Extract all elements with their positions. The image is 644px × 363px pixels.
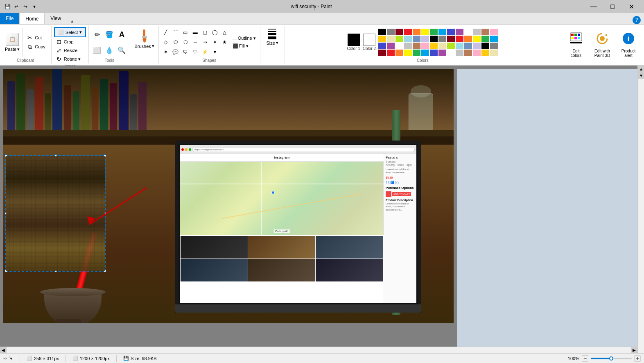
palette-color[interactable] [378,43,386,49]
pencil-tool[interactable]: ✏ [91,29,103,40]
curve-shape[interactable]: ⌒ [171,28,180,37]
tab-view[interactable]: View [45,13,67,24]
zoom-out-btn[interactable]: − [582,355,588,362]
save-quick-btn[interactable]: 💾 [3,2,11,11]
magnifier-tool[interactable]: 🔍 [116,44,127,56]
brushes-button[interactable]: Brushes ▾ [133,27,156,50]
rect-shape[interactable]: ▭ [181,28,190,37]
more-shapes[interactable]: ▾ [210,48,219,57]
palette-color[interactable] [404,43,412,49]
canvas-area[interactable]: https://instagram.com/user/... Instagram… [0,66,644,353]
palette-color[interactable] [413,50,420,56]
palette-color[interactable] [464,50,472,56]
rounded-rect[interactable]: ▢ [201,28,210,37]
palette-color[interactable] [395,43,403,49]
zoom-in-btn[interactable]: + [634,355,641,362]
customize-quick-btn[interactable]: ▾ [30,2,38,11]
crop-button[interactable]: ⊡ Crop [54,38,75,46]
palette-color[interactable] [430,36,438,42]
palette-color[interactable] [413,43,420,49]
rect2-shape[interactable]: ▬ [191,28,200,37]
undo-quick-btn[interactable]: ↩ [12,2,20,11]
scroll-right-btn[interactable]: ▶ [631,347,637,354]
palette-color[interactable] [421,43,429,49]
palette-color[interactable] [395,29,403,35]
palette-color[interactable] [473,36,481,42]
hexagon-shape[interactable]: ⬡ [181,38,190,47]
pentagon-shape[interactable]: ⬠ [171,38,180,47]
palette-color[interactable] [447,36,455,42]
palette-color[interactable] [404,36,412,42]
palette-color[interactable] [473,43,481,49]
rotate-button[interactable]: ↻ Rotate ▾ [54,55,82,63]
palette-color[interactable] [464,43,472,49]
palette-color[interactable] [438,43,446,49]
tab-file[interactable]: File [0,13,19,24]
palette-color[interactable] [387,29,395,35]
palette-color[interactable] [404,29,412,35]
palette-color[interactable] [413,29,420,35]
size-button[interactable]: Size ▾ [263,27,281,47]
scroll-left-btn[interactable]: ◀ [0,347,7,354]
palette-color[interactable] [438,36,446,42]
color-picker-tool[interactable]: 💧 [104,44,115,56]
tab-home[interactable]: Home [19,13,45,24]
star4-shape[interactable]: ✦ [210,38,219,47]
palette-color[interactable] [490,36,498,42]
palette-color[interactable] [430,43,438,49]
palette-color[interactable] [447,43,455,49]
eraser-tool[interactable]: ⬜ [91,44,103,56]
arrow2-shape[interactable]: ⇒ [201,38,210,47]
outline-button[interactable]: — Outline ▾ [231,35,258,42]
palette-color[interactable] [481,43,489,49]
edit-colors-button[interactable]: Edit colors [564,30,588,59]
maximize-btn[interactable]: □ [603,0,622,13]
palette-color[interactable] [473,50,481,56]
collapse-ribbon-btn[interactable]: ▲ [70,19,74,23]
palette-color[interactable] [395,50,403,56]
vertical-scrollbar[interactable]: ▲ ▼ [637,66,644,353]
palette-color[interactable] [490,50,498,56]
palette-color[interactable] [421,29,429,35]
product-alert-button[interactable]: i Product alert [616,30,641,59]
palette-color[interactable] [404,50,412,56]
paste-button[interactable]: 📋 Paste ▾ [2,28,23,57]
close-btn[interactable]: ✕ [622,0,641,13]
palette-color[interactable] [490,29,498,35]
palette-color[interactable] [413,36,420,42]
scroll-down-btn[interactable]: ▼ [638,72,644,79]
copy-button[interactable]: ⧉ Copy [25,43,47,51]
palette-color[interactable] [430,29,438,35]
palette-color[interactable] [387,36,395,42]
palette-color[interactable] [490,43,498,49]
palette-color[interactable] [447,29,455,35]
palette-color[interactable] [378,29,386,35]
color1-swatch[interactable] [348,34,360,46]
palette-color[interactable] [378,36,386,42]
minimize-btn[interactable]: — [584,0,603,13]
color2-swatch[interactable] [363,34,375,46]
palette-color[interactable] [464,36,472,42]
palette-color[interactable] [481,36,489,42]
edit-paint3d-button[interactable]: Edit with Paint 3D [590,30,615,59]
fill-tool[interactable]: 🪣 [104,29,115,40]
palette-color[interactable] [395,36,403,42]
select-button[interactable]: ⬜ Select ▾ [54,27,86,37]
lightning-shape[interactable]: ⚡ [201,48,210,57]
palette-color[interactable] [387,43,395,49]
triangle-shape[interactable]: △ [220,28,229,37]
cut-button[interactable]: ✂ Cut [25,34,47,42]
diamond-shape[interactable]: ◇ [161,38,170,47]
line-shape[interactable]: ╱ [161,28,170,37]
palette-color[interactable] [421,50,429,56]
star5-shape[interactable]: ★ [220,38,229,47]
zoom-slider[interactable] [591,358,632,359]
palette-color[interactable] [456,43,463,49]
palette-color[interactable] [481,29,489,35]
scroll-up-btn[interactable]: ▲ [638,66,644,72]
palette-color[interactable] [438,50,446,56]
zoom-thumb[interactable] [609,356,613,361]
help-btn[interactable]: ? [633,16,641,24]
palette-color[interactable] [456,36,463,42]
palette-color[interactable] [387,50,395,56]
